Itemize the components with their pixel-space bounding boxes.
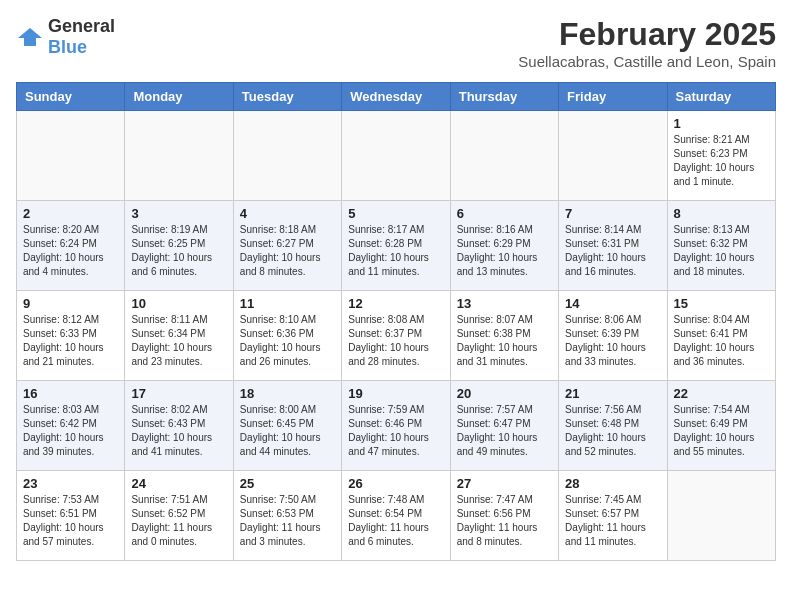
day-number: 23 [23, 476, 118, 491]
day-number: 22 [674, 386, 769, 401]
day-info: Sunrise: 7:50 AM Sunset: 6:53 PM Dayligh… [240, 493, 335, 549]
calendar-cell: 6Sunrise: 8:16 AM Sunset: 6:29 PM Daylig… [450, 201, 558, 291]
day-number: 10 [131, 296, 226, 311]
calendar-cell: 26Sunrise: 7:48 AM Sunset: 6:54 PM Dayli… [342, 471, 450, 561]
day-info: Sunrise: 7:57 AM Sunset: 6:47 PM Dayligh… [457, 403, 552, 459]
calendar-cell: 19Sunrise: 7:59 AM Sunset: 6:46 PM Dayli… [342, 381, 450, 471]
day-info: Sunrise: 8:21 AM Sunset: 6:23 PM Dayligh… [674, 133, 769, 189]
day-number: 25 [240, 476, 335, 491]
day-info: Sunrise: 8:19 AM Sunset: 6:25 PM Dayligh… [131, 223, 226, 279]
day-number: 9 [23, 296, 118, 311]
calendar-cell [342, 111, 450, 201]
day-info: Sunrise: 7:47 AM Sunset: 6:56 PM Dayligh… [457, 493, 552, 549]
day-number: 21 [565, 386, 660, 401]
calendar-cell: 23Sunrise: 7:53 AM Sunset: 6:51 PM Dayli… [17, 471, 125, 561]
day-info: Sunrise: 8:13 AM Sunset: 6:32 PM Dayligh… [674, 223, 769, 279]
day-info: Sunrise: 7:59 AM Sunset: 6:46 PM Dayligh… [348, 403, 443, 459]
day-info: Sunrise: 8:16 AM Sunset: 6:29 PM Dayligh… [457, 223, 552, 279]
day-number: 4 [240, 206, 335, 221]
day-info: Sunrise: 8:00 AM Sunset: 6:45 PM Dayligh… [240, 403, 335, 459]
calendar-subtitle: Suellacabras, Castille and Leon, Spain [518, 53, 776, 70]
day-info: Sunrise: 7:54 AM Sunset: 6:49 PM Dayligh… [674, 403, 769, 459]
calendar-week-row: 9Sunrise: 8:12 AM Sunset: 6:33 PM Daylig… [17, 291, 776, 381]
calendar-cell: 14Sunrise: 8:06 AM Sunset: 6:39 PM Dayli… [559, 291, 667, 381]
calendar-cell: 4Sunrise: 8:18 AM Sunset: 6:27 PM Daylig… [233, 201, 341, 291]
weekday-header-row: SundayMondayTuesdayWednesdayThursdayFrid… [17, 83, 776, 111]
day-number: 8 [674, 206, 769, 221]
day-number: 24 [131, 476, 226, 491]
calendar-cell: 25Sunrise: 7:50 AM Sunset: 6:53 PM Dayli… [233, 471, 341, 561]
day-info: Sunrise: 8:10 AM Sunset: 6:36 PM Dayligh… [240, 313, 335, 369]
weekday-header: Monday [125, 83, 233, 111]
day-number: 12 [348, 296, 443, 311]
calendar-cell: 1Sunrise: 8:21 AM Sunset: 6:23 PM Daylig… [667, 111, 775, 201]
day-number: 19 [348, 386, 443, 401]
header: General Blue February 2025 Suellacabras,… [16, 16, 776, 70]
day-number: 2 [23, 206, 118, 221]
calendar-cell: 20Sunrise: 7:57 AM Sunset: 6:47 PM Dayli… [450, 381, 558, 471]
day-number: 20 [457, 386, 552, 401]
day-info: Sunrise: 8:12 AM Sunset: 6:33 PM Dayligh… [23, 313, 118, 369]
calendar-cell: 18Sunrise: 8:00 AM Sunset: 6:45 PM Dayli… [233, 381, 341, 471]
calendar-cell: 21Sunrise: 7:56 AM Sunset: 6:48 PM Dayli… [559, 381, 667, 471]
day-info: Sunrise: 7:48 AM Sunset: 6:54 PM Dayligh… [348, 493, 443, 549]
logo-icon [16, 26, 44, 48]
logo: General Blue [16, 16, 115, 58]
weekday-header: Saturday [667, 83, 775, 111]
calendar-cell [450, 111, 558, 201]
calendar-cell: 24Sunrise: 7:51 AM Sunset: 6:52 PM Dayli… [125, 471, 233, 561]
weekday-header: Wednesday [342, 83, 450, 111]
day-info: Sunrise: 7:45 AM Sunset: 6:57 PM Dayligh… [565, 493, 660, 549]
day-info: Sunrise: 8:08 AM Sunset: 6:37 PM Dayligh… [348, 313, 443, 369]
calendar-cell: 27Sunrise: 7:47 AM Sunset: 6:56 PM Dayli… [450, 471, 558, 561]
day-info: Sunrise: 7:53 AM Sunset: 6:51 PM Dayligh… [23, 493, 118, 549]
day-number: 26 [348, 476, 443, 491]
calendar-week-row: 16Sunrise: 8:03 AM Sunset: 6:42 PM Dayli… [17, 381, 776, 471]
calendar-week-row: 2Sunrise: 8:20 AM Sunset: 6:24 PM Daylig… [17, 201, 776, 291]
calendar-cell [559, 111, 667, 201]
calendar-cell: 9Sunrise: 8:12 AM Sunset: 6:33 PM Daylig… [17, 291, 125, 381]
calendar-cell [17, 111, 125, 201]
calendar-cell: 7Sunrise: 8:14 AM Sunset: 6:31 PM Daylig… [559, 201, 667, 291]
logo-general: General [48, 16, 115, 36]
day-info: Sunrise: 8:03 AM Sunset: 6:42 PM Dayligh… [23, 403, 118, 459]
calendar-cell: 3Sunrise: 8:19 AM Sunset: 6:25 PM Daylig… [125, 201, 233, 291]
logo-blue: Blue [48, 37, 87, 57]
day-info: Sunrise: 8:04 AM Sunset: 6:41 PM Dayligh… [674, 313, 769, 369]
day-info: Sunrise: 8:14 AM Sunset: 6:31 PM Dayligh… [565, 223, 660, 279]
day-number: 18 [240, 386, 335, 401]
day-number: 17 [131, 386, 226, 401]
calendar-cell: 16Sunrise: 8:03 AM Sunset: 6:42 PM Dayli… [17, 381, 125, 471]
calendar-cell: 28Sunrise: 7:45 AM Sunset: 6:57 PM Dayli… [559, 471, 667, 561]
day-number: 14 [565, 296, 660, 311]
day-info: Sunrise: 8:02 AM Sunset: 6:43 PM Dayligh… [131, 403, 226, 459]
calendar-cell: 13Sunrise: 8:07 AM Sunset: 6:38 PM Dayli… [450, 291, 558, 381]
calendar-cell [233, 111, 341, 201]
day-number: 27 [457, 476, 552, 491]
day-info: Sunrise: 8:06 AM Sunset: 6:39 PM Dayligh… [565, 313, 660, 369]
calendar-cell: 5Sunrise: 8:17 AM Sunset: 6:28 PM Daylig… [342, 201, 450, 291]
title-area: February 2025 Suellacabras, Castille and… [518, 16, 776, 70]
calendar-cell: 12Sunrise: 8:08 AM Sunset: 6:37 PM Dayli… [342, 291, 450, 381]
day-info: Sunrise: 8:20 AM Sunset: 6:24 PM Dayligh… [23, 223, 118, 279]
calendar-cell: 15Sunrise: 8:04 AM Sunset: 6:41 PM Dayli… [667, 291, 775, 381]
calendar-cell: 2Sunrise: 8:20 AM Sunset: 6:24 PM Daylig… [17, 201, 125, 291]
day-info: Sunrise: 8:17 AM Sunset: 6:28 PM Dayligh… [348, 223, 443, 279]
day-number: 16 [23, 386, 118, 401]
svg-marker-0 [18, 28, 42, 46]
day-info: Sunrise: 7:51 AM Sunset: 6:52 PM Dayligh… [131, 493, 226, 549]
day-number: 5 [348, 206, 443, 221]
weekday-header: Sunday [17, 83, 125, 111]
day-number: 13 [457, 296, 552, 311]
weekday-header: Tuesday [233, 83, 341, 111]
day-info: Sunrise: 8:11 AM Sunset: 6:34 PM Dayligh… [131, 313, 226, 369]
calendar-title: February 2025 [518, 16, 776, 53]
calendar-cell [667, 471, 775, 561]
calendar-cell [125, 111, 233, 201]
day-info: Sunrise: 8:07 AM Sunset: 6:38 PM Dayligh… [457, 313, 552, 369]
day-number: 6 [457, 206, 552, 221]
day-info: Sunrise: 7:56 AM Sunset: 6:48 PM Dayligh… [565, 403, 660, 459]
calendar-cell: 22Sunrise: 7:54 AM Sunset: 6:49 PM Dayli… [667, 381, 775, 471]
day-number: 1 [674, 116, 769, 131]
calendar-cell: 8Sunrise: 8:13 AM Sunset: 6:32 PM Daylig… [667, 201, 775, 291]
